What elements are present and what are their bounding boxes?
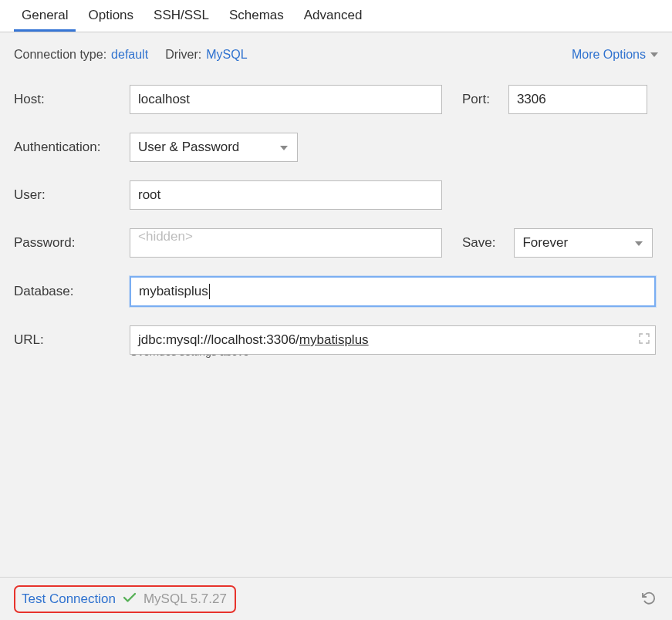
port-label: Port: xyxy=(462,92,490,107)
tab-general[interactable]: General xyxy=(14,0,76,32)
database-label: Database: xyxy=(14,284,130,299)
tab-options[interactable]: Options xyxy=(80,0,141,32)
host-input[interactable] xyxy=(130,85,442,114)
general-panel: Connection type: default Driver: MySQL M… xyxy=(0,32,672,358)
more-options-label: More Options xyxy=(572,48,646,62)
password-label: Password: xyxy=(14,235,130,251)
database-input[interactable]: mybatisplus xyxy=(130,276,656,307)
host-label: Host: xyxy=(14,92,130,107)
connection-info-row: Connection type: default Driver: MySQL M… xyxy=(14,48,658,62)
url-prefix: jdbc:mysql://localhost:3306/ xyxy=(138,332,299,348)
user-input[interactable] xyxy=(130,180,442,210)
connection-type-value[interactable]: default xyxy=(111,48,148,62)
save-select[interactable]: Forever xyxy=(514,228,653,258)
url-label: URL: xyxy=(14,332,130,348)
chevron-down-icon xyxy=(635,241,643,246)
more-options-link[interactable]: More Options xyxy=(572,48,658,62)
test-connection-link[interactable]: Test Connection xyxy=(22,591,116,607)
user-label: User: xyxy=(14,187,130,203)
chevron-down-icon xyxy=(650,52,658,57)
authentication-label: Authentication: xyxy=(14,140,130,155)
chevron-down-icon xyxy=(280,146,288,150)
tab-ssh-ssl[interactable]: SSH/SSL xyxy=(146,0,217,32)
port-input[interactable] xyxy=(508,85,647,114)
database-value: mybatisplus xyxy=(139,284,210,299)
save-label: Save: xyxy=(462,235,495,251)
password-input[interactable]: <hidden> xyxy=(130,228,442,258)
check-icon xyxy=(123,592,136,606)
password-placeholder: <hidden> xyxy=(138,229,193,244)
driver-value[interactable]: MySQL xyxy=(206,48,247,62)
db-version-text: MySQL 5.7.27 xyxy=(144,591,227,607)
tab-schemas[interactable]: Schemas xyxy=(221,0,292,32)
authentication-select[interactable]: User & Password xyxy=(130,133,298,162)
tab-bar: General Options SSH/SSL Schemas Advanced xyxy=(0,0,672,32)
url-input[interactable]: jdbc:mysql://localhost:3306/mybatisplus xyxy=(130,325,656,355)
driver-label: Driver: xyxy=(165,48,201,62)
url-db-part: mybatisplus xyxy=(299,332,369,348)
authentication-value: User & Password xyxy=(138,140,239,155)
test-connection-highlight: Test Connection MySQL 5.7.27 xyxy=(14,585,236,613)
save-value: Forever xyxy=(522,235,568,251)
connection-type-label: Connection type: xyxy=(14,48,106,62)
tab-advanced[interactable]: Advanced xyxy=(296,0,370,32)
footer-bar: Test Connection MySQL 5.7.27 xyxy=(0,577,672,620)
undo-icon[interactable] xyxy=(641,590,658,608)
